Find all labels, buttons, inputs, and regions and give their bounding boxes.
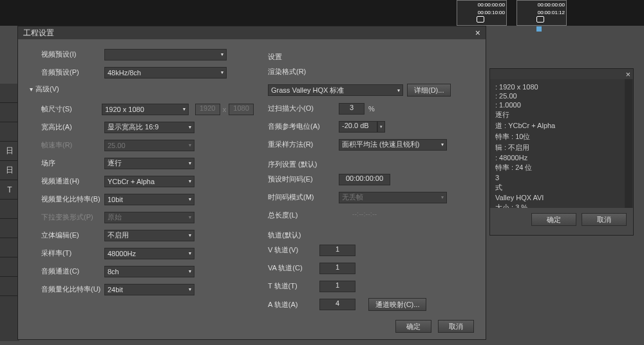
tc-mode-combo: 无丢帧▾ bbox=[339, 192, 447, 203]
audio-channel-combo[interactable]: 8ch▾ bbox=[104, 266, 194, 277]
video-preset-label: 视频预设(I) bbox=[41, 50, 104, 59]
audio-channel-label: 音频通道(C) bbox=[41, 266, 104, 276]
close-icon[interactable]: × bbox=[625, 70, 630, 79]
total-length-label: 总长度(L) bbox=[268, 210, 339, 220]
pulldown-combo: 原始▾ bbox=[104, 212, 194, 223]
va-track-label: VA 轨道(C) bbox=[268, 263, 319, 273]
audio-preset-label: 音频预设(P) bbox=[41, 68, 104, 77]
frame-height-input[interactable]: 1080 bbox=[229, 104, 254, 115]
info-line: 式 bbox=[495, 183, 628, 192]
track-header[interactable] bbox=[0, 277, 19, 296]
track-header[interactable]: 日 bbox=[0, 161, 19, 180]
track-section-label: 轨道(默认) bbox=[268, 230, 473, 240]
track-header[interactable] bbox=[0, 122, 19, 142]
t-track-label: T 轨道(T) bbox=[268, 281, 319, 291]
v-track-input[interactable]: 1 bbox=[319, 245, 355, 256]
detail-button[interactable]: 详细(D)... bbox=[407, 84, 451, 97]
track-header[interactable] bbox=[0, 103, 19, 122]
va-track-input[interactable]: 1 bbox=[319, 263, 355, 274]
info-cancel-button[interactable]: 取消 bbox=[582, 213, 627, 226]
stereo-combo[interactable]: 不启用▾ bbox=[104, 230, 194, 241]
clip-thumb-1[interactable]: 00:00:00:00 00:00:10:00 bbox=[457, 0, 507, 26]
info-line: 道 : YCbCr + Alpha bbox=[495, 121, 628, 131]
fps-label: 帧速率(R) bbox=[41, 140, 104, 150]
track-header-strip: 日 日 T bbox=[0, 84, 19, 341]
info-line: 特率 : 10位 bbox=[495, 132, 628, 142]
video-bitdepth-combo[interactable]: 10bit▾ bbox=[104, 194, 194, 205]
audio-bitdepth-combo[interactable]: 24bit▾ bbox=[104, 284, 194, 295]
audio-bitdepth-label: 音频量化比特率(U) bbox=[41, 284, 104, 294]
dialog-title: 工程设置 bbox=[23, 28, 54, 39]
track-header[interactable]: T bbox=[0, 180, 19, 200]
clip-tc-in: 00:00:00:00 bbox=[478, 2, 505, 8]
left-column: 视频预设(I) ▾ 音频预设(P) 48kHz/8ch▾ 高级(V) 帧尺寸(S… bbox=[41, 48, 254, 317]
track-header[interactable]: 日 bbox=[0, 142, 19, 161]
overscan-input[interactable]: 3 bbox=[339, 103, 365, 115]
sample-rate-label: 采样率(T) bbox=[41, 248, 104, 258]
frame-size-combo[interactable]: 1920 x 1080▾ bbox=[102, 104, 189, 115]
render-format-label: 渲染格式(R) bbox=[268, 67, 326, 77]
info-line: Valley HQX AVI bbox=[495, 194, 628, 201]
info-line: 逐行 bbox=[495, 110, 628, 120]
aspect-combo[interactable]: 显示宽高比 16:9▾ bbox=[104, 122, 194, 133]
clip-marker[interactable] bbox=[536, 26, 542, 32]
sample-rate-combo[interactable]: 48000Hz▾ bbox=[104, 248, 194, 259]
sequence-section-label: 序列设置 (默认) bbox=[268, 160, 473, 169]
track-header[interactable] bbox=[0, 257, 19, 277]
track-header[interactable] bbox=[0, 238, 19, 257]
x-label: x bbox=[223, 106, 227, 113]
video-preset-combo[interactable]: ▾ bbox=[104, 49, 227, 61]
video-channel-combo[interactable]: YCbCr + Alpha▾ bbox=[104, 176, 194, 187]
clip-icon bbox=[477, 16, 484, 23]
tc-preset-label: 预设时间码(E) bbox=[268, 174, 339, 184]
clip-icon bbox=[536, 16, 544, 23]
field-order-combo[interactable]: 逐行▾ bbox=[104, 158, 194, 169]
clip-thumb-2[interactable]: 00:00:00:00 00:00:01:12 bbox=[516, 0, 567, 26]
resample-combo[interactable]: 面积平均法 (快速且锐利)▾ bbox=[339, 139, 447, 151]
tc-preset-input[interactable]: 00:00:00:00 bbox=[339, 174, 390, 185]
info-line: : 1.0000 bbox=[495, 101, 628, 109]
percent-label: % bbox=[368, 105, 375, 113]
info-line: : 25.00 bbox=[495, 92, 628, 100]
pulldown-label: 下拉变换形式(P) bbox=[41, 212, 104, 222]
track-header[interactable] bbox=[0, 84, 19, 103]
tc-mode-label: 时间码模式(M) bbox=[268, 192, 339, 202]
info-panel: × : 1920 x 1080 : 25.00 : 1.0000 逐行 道 : … bbox=[489, 68, 634, 236]
frame-size-label: 帧尺寸(S) bbox=[41, 104, 102, 114]
overscan-label: 过扫描大小(O) bbox=[268, 104, 339, 113]
frame-width-input[interactable]: 1920 bbox=[195, 104, 220, 115]
a-track-label: A 轨道(A) bbox=[268, 300, 319, 310]
info-panel-footer: 确定 取消 bbox=[490, 208, 633, 231]
channel-mapping-button[interactable]: 通道映射(C)... bbox=[368, 298, 426, 311]
info-line: 3 bbox=[495, 174, 628, 182]
video-bitdepth-label: 视频量化比特率(B) bbox=[41, 194, 104, 204]
audio-ref-spinner[interactable]: ▾ bbox=[377, 121, 385, 133]
clip-tc-in: 00:00:00:00 bbox=[538, 2, 565, 8]
aspect-label: 宽高比(A) bbox=[41, 122, 104, 132]
a-track-input[interactable]: 4 bbox=[319, 299, 355, 310]
video-channel-label: 视频通道(H) bbox=[41, 176, 104, 186]
ok-button[interactable]: 确定 bbox=[395, 320, 431, 333]
t-track-input[interactable]: 1 bbox=[319, 281, 355, 292]
info-line: : 1920 x 1080 bbox=[495, 83, 628, 91]
track-header[interactable] bbox=[0, 200, 19, 219]
close-icon[interactable]: × bbox=[475, 28, 480, 38]
info-ok-button[interactable]: 确定 bbox=[531, 213, 576, 226]
track-header[interactable] bbox=[0, 219, 19, 238]
render-format-combo[interactable]: Grass Valley HQX 标准▾ bbox=[268, 84, 403, 96]
info-scrollbar[interactable] bbox=[625, 79, 632, 208]
clip-tc-out: 00:00:01:12 bbox=[538, 10, 565, 15]
info-line: 特率 : 24 位 bbox=[495, 163, 628, 172]
cancel-button[interactable]: 取消 bbox=[438, 320, 474, 333]
audio-ref-input[interactable]: -20.0 dB bbox=[339, 121, 377, 133]
info-panel-titlebar: × bbox=[490, 69, 633, 79]
total-length-value: --:--:--:-- bbox=[339, 210, 390, 221]
info-panel-body: : 1920 x 1080 : 25.00 : 1.0000 逐行 道 : YC… bbox=[490, 79, 633, 208]
audio-preset-combo[interactable]: 48kHz/8ch▾ bbox=[104, 67, 227, 79]
advanced-toggle[interactable]: 高级(V) bbox=[30, 84, 254, 94]
dialog-footer: 确定 取消 bbox=[395, 320, 474, 333]
right-column: 设置 渲染格式(R) Grass Valley HQX 标准▾ 详细(D)...… bbox=[268, 48, 473, 317]
info-line: : 48000Hz bbox=[495, 154, 628, 162]
project-settings-dialog: 工程设置 × 视频预设(I) ▾ 音频预设(P) 48kHz/8ch▾ 高级(V… bbox=[17, 26, 486, 340]
v-track-label: V 轨道(V) bbox=[268, 245, 319, 255]
